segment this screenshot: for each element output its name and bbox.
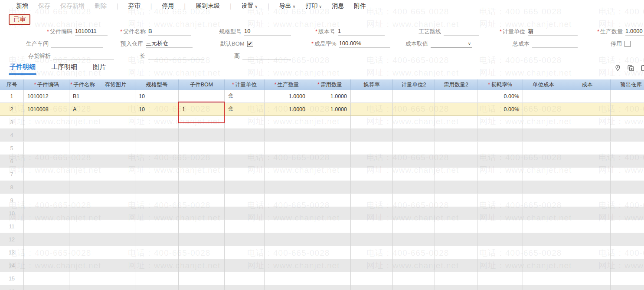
table-cell[interactable] <box>69 194 96 207</box>
table-cell[interactable] <box>611 207 644 220</box>
table-cell[interactable] <box>393 233 435 246</box>
table-cell[interactable] <box>393 181 435 194</box>
table-cell[interactable] <box>265 116 309 129</box>
table-cell[interactable] <box>69 129 96 142</box>
table-cell[interactable] <box>523 233 564 246</box>
input-长[interactable] <box>148 52 204 60</box>
table-cell[interactable] <box>135 155 179 168</box>
table-cell[interactable] <box>179 90 225 102</box>
table-cell[interactable] <box>523 103 564 115</box>
table-cell[interactable] <box>611 155 644 168</box>
table-row-empty[interactable]: 6 <box>0 155 644 168</box>
table-cell[interactable] <box>393 129 435 142</box>
table-cell[interactable] <box>611 246 644 259</box>
table-cell[interactable] <box>523 272 564 285</box>
table-cell[interactable] <box>477 207 523 220</box>
table-cell[interactable] <box>24 272 69 285</box>
table-cell[interactable]: 0.00% <box>477 90 523 102</box>
table-cell[interactable] <box>477 142 523 155</box>
tab-工序明细[interactable]: 工序明细 <box>51 63 77 74</box>
table-cell[interactable] <box>96 116 135 129</box>
table-cell[interactable] <box>179 181 225 194</box>
table-cell[interactable]: 1.0000 <box>309 103 351 115</box>
table-cell[interactable]: B1 <box>69 90 96 102</box>
location-pin-icon[interactable] <box>614 64 621 72</box>
table-cell[interactable] <box>435 116 477 129</box>
table-row-empty[interactable]: 13 <box>0 246 644 259</box>
table-cell[interactable] <box>564 194 611 207</box>
table-cell[interactable]: A <box>69 103 96 115</box>
column-header-子件编码[interactable]: *子件编码 <box>24 79 69 90</box>
table-cell[interactable] <box>393 220 435 233</box>
table-cell[interactable] <box>265 259 309 272</box>
table-cell[interactable] <box>265 272 309 285</box>
table-cell[interactable] <box>564 272 611 285</box>
table-cell[interactable] <box>351 285 393 290</box>
table-cell[interactable] <box>393 246 435 259</box>
table-cell[interactable] <box>265 181 309 194</box>
input-生产数量[interactable]: 1.0000 <box>625 27 644 36</box>
table-cell[interactable]: 1010012 <box>24 90 69 102</box>
table-cell[interactable] <box>393 155 435 168</box>
table-cell[interactable] <box>309 142 351 155</box>
table-cell[interactable] <box>96 103 135 115</box>
table-cell[interactable] <box>435 168 477 181</box>
table-cell[interactable] <box>435 272 477 285</box>
tab-子件明细[interactable]: 子件明细 <box>10 63 36 74</box>
table-cell[interactable] <box>135 116 179 129</box>
table-cell[interactable] <box>477 194 523 207</box>
table-cell[interactable] <box>225 155 265 168</box>
table-cell[interactable] <box>135 168 179 181</box>
select-成本取值[interactable]: ∨ <box>431 40 472 48</box>
table-cell[interactable] <box>435 259 477 272</box>
table-cell[interactable] <box>393 272 435 285</box>
table-cell[interactable] <box>393 259 435 272</box>
table-row-empty[interactable]: 7 <box>0 168 644 181</box>
table-cell[interactable] <box>564 181 611 194</box>
table-cell[interactable] <box>225 181 265 194</box>
table-cell[interactable] <box>435 155 477 168</box>
table-cell[interactable]: 1.0000 <box>309 90 351 102</box>
table-cell[interactable] <box>179 116 225 129</box>
table-cell[interactable] <box>24 285 69 290</box>
table-cell[interactable] <box>135 285 179 290</box>
table-cell[interactable] <box>477 246 523 259</box>
table-cell[interactable] <box>96 233 135 246</box>
table-cell[interactable] <box>265 142 309 155</box>
table-cell[interactable] <box>435 103 477 115</box>
table-cell[interactable] <box>309 272 351 285</box>
table-cell[interactable] <box>523 142 564 155</box>
toolbar-button-9[interactable]: 导出∨ <box>279 2 296 10</box>
table-cell[interactable]: 10 <box>135 103 179 115</box>
table-cell[interactable] <box>309 285 351 290</box>
table-cell[interactable] <box>351 103 393 115</box>
table-cell[interactable] <box>225 259 265 272</box>
table-cell[interactable] <box>435 90 477 102</box>
column-header-子件名称[interactable]: *子件名称 <box>69 79 96 90</box>
table-cell[interactable] <box>611 194 644 207</box>
table-cell[interactable] <box>69 181 96 194</box>
table-cell[interactable] <box>611 285 644 290</box>
table-cell[interactable] <box>309 168 351 181</box>
table-cell[interactable] <box>179 194 225 207</box>
table-cell[interactable] <box>225 272 265 285</box>
table-cell[interactable]: 1.0000 <box>265 103 309 115</box>
table-cell[interactable] <box>477 233 523 246</box>
table-cell[interactable] <box>135 272 179 285</box>
table-cell[interactable] <box>351 116 393 129</box>
table-cell[interactable]: 0.00% <box>477 103 523 115</box>
table-cell[interactable] <box>135 259 179 272</box>
table-cell[interactable] <box>69 272 96 285</box>
table-cell[interactable] <box>309 233 351 246</box>
table-cell[interactable] <box>179 168 225 181</box>
table-cell[interactable] <box>24 116 69 129</box>
column-header-成本[interactable]: 成本 <box>564 79 611 90</box>
copy-plus-icon[interactable] <box>627 64 634 72</box>
table-cell[interactable] <box>96 246 135 259</box>
toolbar-button-6[interactable]: 停用 <box>162 2 174 10</box>
checkbox-停用[interactable] <box>624 41 631 47</box>
table-cell[interactable] <box>225 285 265 290</box>
table-cell[interactable] <box>523 129 564 142</box>
table-cell[interactable] <box>96 272 135 285</box>
table-cell[interactable] <box>351 220 393 233</box>
